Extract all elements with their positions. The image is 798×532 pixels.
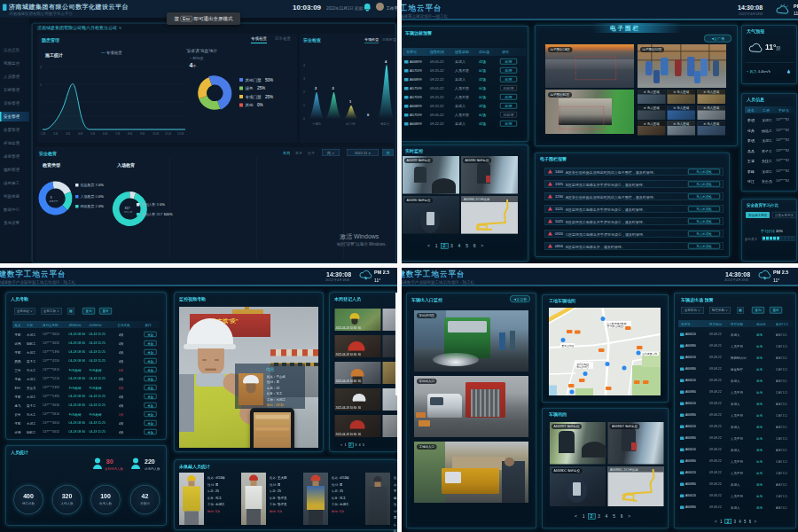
svg-text:0: 0 <box>367 113 370 117</box>
svg-text:数据(内升): 数据(内升) <box>577 365 589 369</box>
svg-text:1: 1 <box>303 104 305 107</box>
svg-text:实到人数: 实到人数 <box>124 210 134 214</box>
svg-text:西北建国二期: 西北建国二期 <box>643 352 658 356</box>
svg-text:2: 2 <box>315 86 317 90</box>
svg-text:出门伟: 出门伟 <box>346 122 356 126</box>
svg-text:A66880-1行驶轨迹: A66880-1行驶轨迹 <box>464 198 490 201</box>
svg-text:十强队: 十强队 <box>312 121 322 126</box>
svg-text:教育类型: 教育类型 <box>50 200 59 203</box>
svg-text:重新山车园: 重新山车园 <box>562 344 575 348</box>
svg-text:A66880C-1行驶轨迹: A66880C-1行驶轨迹 <box>610 468 638 472</box>
svg-text:3: 3 <box>303 77 305 81</box>
svg-text:智慧(数山城区)...: 智慧(数山城区)... <box>607 325 626 328</box>
svg-text:2: 2 <box>303 90 305 94</box>
svg-text:3: 3 <box>51 196 52 200</box>
svg-text:1: 1 <box>40 83 42 87</box>
svg-text:4: 4 <box>303 64 305 67</box>
svg-text:317: 317 <box>125 207 130 210</box>
svg-text:4: 4 <box>385 59 387 64</box>
svg-text:1: 1 <box>349 99 352 104</box>
svg-text:0: 0 <box>303 117 305 121</box>
svg-text:2: 2 <box>40 66 42 69</box>
svg-text:2: 2 <box>332 86 335 90</box>
svg-text:博慶点: 博慶点 <box>380 122 390 126</box>
svg-text:山市数字建设集团: 山市数字建设集团 <box>607 322 627 325</box>
svg-text:某日工程区: 某日工程区 <box>577 363 590 366</box>
